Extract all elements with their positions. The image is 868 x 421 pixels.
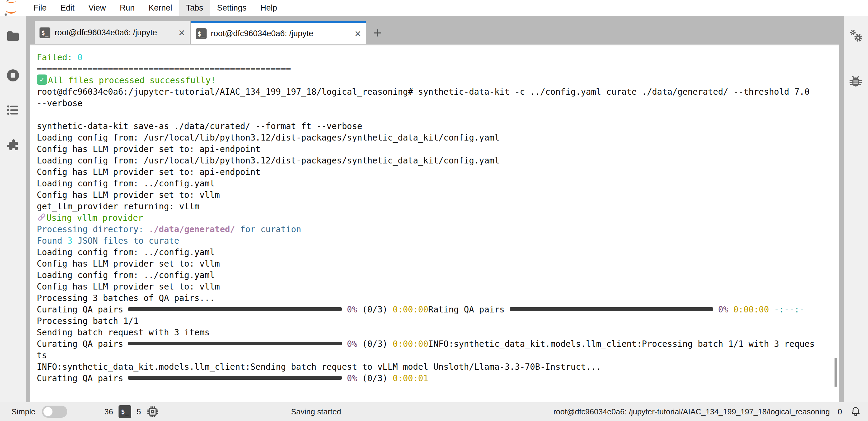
terminal-line: Curating QA pairs 0% (0/3) 0:00:01 [37, 373, 815, 384]
debugger-icon[interactable] [848, 74, 863, 89]
table-of-contents-icon[interactable] [6, 103, 20, 117]
terminal-line: Config has LLM provider set to: vllm [37, 258, 815, 270]
close-icon[interactable]: × [179, 27, 185, 38]
terminal-text: Found [37, 236, 67, 246]
terminal-text: 0 [78, 53, 83, 62]
terminal-output[interactable]: Failed: 0===============================… [37, 52, 815, 384]
progress-bar [128, 307, 342, 311]
terminal-text: ========================================… [37, 64, 291, 74]
terminal-text: ts [37, 350, 47, 360]
menu-settings[interactable]: Settings [210, 0, 254, 16]
scrollbar-thumb[interactable] [835, 358, 837, 387]
kernel-count[interactable]: 5 [136, 407, 141, 417]
menu-edit[interactable]: Edit [54, 0, 82, 16]
terminal-text: Config has LLM provider set to: api-endp… [37, 167, 260, 177]
menu-run[interactable]: Run [113, 0, 142, 16]
terminal-text: Processing batch 1/1 [37, 316, 138, 326]
terminal-line: Config has LLM provider set to: api-endp… [37, 143, 815, 155]
terminal-line: Curating QA pairs 0% (0/3) 0:00:00INFO:s… [37, 338, 815, 350]
terminal-text: root@dfc96034e0a6:/jupyter-tutorial/AIAC… [37, 87, 809, 97]
terminal-count[interactable]: 36 [104, 407, 113, 417]
terminal-text: Sending batch request with 3 items [37, 327, 210, 337]
toggle-knob [43, 407, 53, 416]
terminal-line: synthetic-data-kit save-as ./data/curate… [37, 121, 815, 132]
terminal-line: INFO:synthetic_data_kit.models.llm_clien… [37, 361, 815, 373]
terminal-line: ========================================… [37, 63, 815, 75]
terminal-text: Curating QA pairs [37, 339, 128, 349]
menu-help[interactable]: Help [253, 0, 284, 16]
save-status: Saving started [291, 407, 341, 417]
terminal-line: Processing directory: ./data/generated/ … [37, 224, 815, 235]
kernel-chip-icon[interactable] [146, 405, 159, 418]
terminal-icon: $_ [39, 27, 50, 38]
terminal-line: Loading config from: ../config.yaml [37, 247, 815, 258]
terminal-text: Rating QA pairs [428, 304, 510, 315]
progress-bar [510, 307, 713, 311]
terminal-line: ✓All files processed successfully! [37, 75, 815, 86]
terminal-text: Processing directory: [37, 224, 149, 234]
check-icon: ✓ [37, 74, 47, 85]
terminal-text: 0% [347, 374, 357, 383]
folder-icon[interactable] [6, 29, 20, 43]
terminal-line: get_llm_provider returning: vllm [37, 201, 815, 212]
terminal-text: for curation [235, 224, 301, 234]
link-icon [37, 212, 46, 222]
terminal-line: Loading config from: ../config.yaml [37, 178, 815, 189]
left-sidebar [0, 16, 26, 402]
terminal-text: (0/3) [357, 339, 393, 349]
terminal-line: ts [37, 350, 815, 361]
terminal-tab-2[interactable]: $_ root@dfc96034e0a6: /jupyte × [191, 21, 366, 44]
terminal-text: 0% [718, 304, 728, 315]
notification-count[interactable]: 0 [838, 407, 842, 417]
terminal-panel[interactable]: Failed: 0===============================… [30, 44, 839, 402]
terminal-text: Curating QA pairs [37, 304, 128, 315]
new-tab-button[interactable]: + [366, 21, 390, 44]
terminal-text: ./data/generated/ [149, 224, 235, 234]
terminal-line: Processing 3 batches of QA pairs... [37, 293, 815, 304]
simple-mode-label: Simple [11, 407, 35, 417]
terminal-text: Processing 3 batches of QA pairs... [37, 293, 215, 303]
terminal-line: root@dfc96034e0a6:/jupyter-tutorial/AIAC… [37, 86, 815, 98]
simple-mode-toggle[interactable] [42, 406, 67, 418]
menu-file[interactable]: File [27, 0, 54, 16]
terminal-text: Config has LLM provider set to: vllm [37, 190, 220, 200]
terminal-text: JSON files to curate [72, 236, 179, 246]
terminal-text: 3 [67, 236, 72, 246]
terminal-text: Using vllm provider [46, 213, 143, 223]
terminal-line: Config has LLM provider set to: vllm [37, 281, 815, 293]
property-inspector-icon[interactable] [847, 29, 862, 43]
terminal-line: Loading config from: /usr/local/lib/pyth… [37, 155, 815, 166]
terminal-text: Loading config from: /usr/local/lib/pyth… [37, 133, 499, 143]
bell-icon[interactable] [850, 406, 861, 418]
terminal-line: Using vllm provider [37, 212, 815, 224]
progress-bar [128, 376, 342, 380]
close-icon[interactable]: × [355, 28, 361, 39]
terminal-icon: $_ [196, 28, 207, 39]
terminal-text: All files processed successfully! [48, 75, 216, 85]
terminal-text [728, 304, 734, 315]
terminal-icon[interactable]: $_ [119, 405, 131, 418]
terminal-text: 0:00:00 [393, 304, 428, 315]
terminal-text [342, 304, 347, 315]
terminal-line: Found 3 JSON files to curate [37, 235, 815, 247]
menu-kernel[interactable]: Kernel [142, 0, 179, 16]
progress-bar [128, 342, 342, 345]
terminal-text: Loading config from: ../config.yaml [37, 270, 215, 280]
tab-label: root@dfc96034e0a6: /jupyte [55, 28, 177, 37]
terminal-text: 0:00:01 [393, 374, 428, 383]
terminal-line: Sending batch request with 3 items [37, 327, 815, 338]
terminal-text: Loading config from: /usr/local/lib/pyth… [37, 156, 499, 166]
terminal-line: Loading config from: ../config.yaml [37, 270, 815, 281]
terminal-line: Failed: 0 [37, 52, 815, 63]
extensions-icon[interactable] [6, 137, 20, 152]
terminal-text: synthetic-data-kit save-as ./data/curate… [37, 121, 362, 131]
terminal-tab-1[interactable]: $_ root@dfc96034e0a6: /jupyte × [35, 21, 190, 44]
menu-view[interactable]: View [82, 0, 113, 16]
tab-bar: $_ root@dfc96034e0a6: /jupyte × $_ root@… [26, 16, 844, 44]
running-kernels-icon[interactable] [6, 68, 20, 83]
status-bar: Simple 36 $_ 5 Saving started root@dfc96… [0, 402, 868, 421]
terminal-line: Config has LLM provider set to: api-endp… [37, 166, 815, 178]
terminal-text: 0:00:00 [393, 339, 428, 349]
terminal-text: Config has LLM provider set to: vllm [37, 282, 220, 292]
menu-tabs[interactable]: Tabs [179, 0, 210, 16]
